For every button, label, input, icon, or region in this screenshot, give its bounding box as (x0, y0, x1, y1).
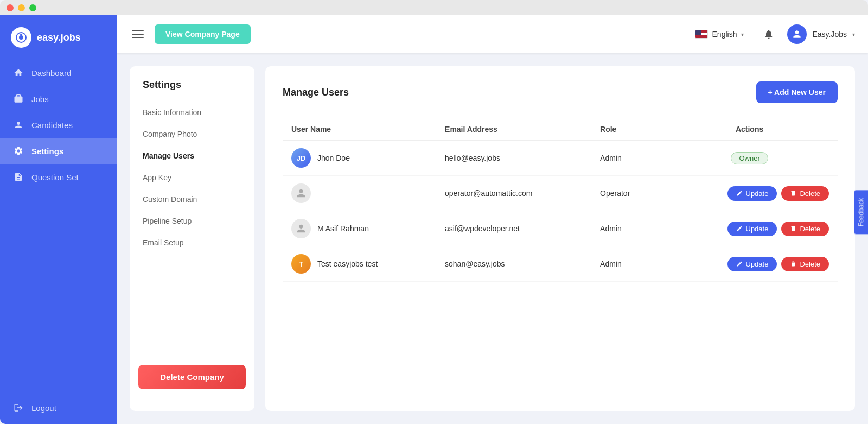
user-email-cell: sohan@easy.jobs (436, 246, 591, 282)
logout-icon (13, 402, 24, 413)
settings-menu-custom-domain[interactable]: Custom Domain (130, 188, 254, 210)
logout-label: Logout (31, 403, 56, 413)
svg-point-3 (20, 34, 22, 36)
col-role: Role (591, 118, 661, 141)
main-content: View Company Page English ▾ (117, 15, 868, 424)
sidebar-item-label-settings: Settings (31, 147, 63, 156)
update-button[interactable]: Update (727, 222, 777, 236)
table-row: M Asif Rahmanasif@wpdeveloper.netAdmin U… (283, 211, 838, 246)
user-email-cell: operator@automattic.com (436, 176, 591, 211)
header: View Company Page English ▾ (117, 15, 868, 53)
home-icon (13, 67, 24, 78)
language-selector[interactable]: English ▾ (688, 26, 751, 43)
user-avatar (787, 24, 807, 44)
logo-text: easy.jobs (37, 32, 81, 43)
col-username: User Name (283, 118, 436, 141)
sidebar-item-dashboard[interactable]: Dashboard (0, 60, 117, 86)
page-content: Settings Basic Information Company Photo… (117, 53, 868, 424)
settings-nav: Settings Basic Information Company Photo… (130, 79, 254, 254)
logo-icon (11, 27, 31, 48)
user-name: M Asif Rahman (317, 224, 369, 233)
settings-menu-basic-info[interactable]: Basic Information (130, 102, 254, 123)
sidebar-item-settings[interactable]: Settings (0, 138, 117, 164)
settings-menu-email-setup[interactable]: Email Setup (130, 232, 254, 254)
language-label: English (712, 30, 737, 39)
user-actions-cell: Owner (661, 141, 838, 176)
delete-company-button[interactable]: Delete Company (138, 365, 246, 389)
user-avatar: JD (291, 148, 311, 168)
sidebar-item-jobs[interactable]: Jobs (0, 86, 117, 112)
close-button[interactable] (7, 4, 14, 11)
svg-point-2 (19, 35, 23, 40)
user-menu[interactable]: Easy.Jobs ▾ (787, 24, 855, 44)
sidebar-item-label-dashboard: Dashboard (31, 68, 71, 78)
notification-button[interactable] (759, 24, 778, 44)
sidebar-item-candidates[interactable]: Candidates (0, 112, 117, 138)
briefcase-icon (13, 93, 24, 104)
action-buttons: Update Delete (670, 222, 829, 236)
user-role-cell: Operator (591, 176, 661, 211)
user-name-cell (283, 176, 436, 211)
delete-button[interactable]: Delete (781, 186, 829, 201)
sidebar-bottom: Logout (0, 391, 117, 424)
delete-button[interactable]: Delete (781, 257, 829, 271)
user-name-cell: M Asif Rahman (283, 211, 436, 246)
user-email-cell: hello@easy.jobs (436, 141, 591, 176)
sidebar-item-label-candidates: Candidates (31, 121, 73, 130)
maximize-button[interactable] (29, 4, 36, 11)
header-username: Easy.Jobs (812, 30, 847, 39)
update-button[interactable]: Update (727, 186, 777, 201)
minimize-button[interactable] (18, 4, 25, 11)
table-row: TTest easyjobs testsohan@easy.jobsAdmin … (283, 246, 838, 282)
sidebar-item-label-jobs: Jobs (31, 94, 49, 104)
owner-badge: Owner (731, 152, 768, 164)
update-button[interactable]: Update (727, 257, 777, 271)
user-role-cell: Admin (591, 141, 661, 176)
title-bar (0, 0, 868, 15)
user-actions-cell: Update Delete (661, 176, 838, 211)
logout-item[interactable]: Logout (13, 402, 104, 413)
user-role-cell: Admin (591, 246, 661, 282)
gear-icon (13, 145, 24, 156)
hamburger-line-2 (132, 34, 144, 35)
user-role-cell: Admin (591, 211, 661, 246)
settings-panel: Settings Basic Information Company Photo… (130, 66, 254, 411)
settings-menu-company-photo[interactable]: Company Photo (130, 123, 254, 145)
sidebar-nav: Dashboard Jobs Can (0, 60, 117, 391)
user-name: Test easyjobs test (317, 260, 378, 268)
user-avatar: T (291, 254, 311, 274)
delete-button[interactable]: Delete (781, 222, 829, 236)
users-table: User Name Email Address Role Actions JDJ… (283, 118, 838, 282)
table-row: JDJhon Doehello@easy.jobsAdminOwner (283, 141, 838, 176)
manage-users-panel: Manage Users + Add New User User Name Em… (265, 66, 855, 411)
col-email: Email Address (436, 118, 591, 141)
person-icon (13, 119, 24, 130)
user-avatar (291, 219, 311, 238)
hamburger-line-1 (132, 30, 144, 31)
settings-menu: Basic Information Company Photo Manage U… (130, 102, 254, 254)
sidebar: easy.jobs Dashboard (0, 15, 117, 424)
col-actions: Actions (661, 118, 838, 141)
hamburger-button[interactable] (130, 28, 146, 40)
manage-users-header: Manage Users + Add New User (283, 81, 838, 103)
settings-menu-app-key[interactable]: App Key (130, 167, 254, 188)
sidebar-logo: easy.jobs (0, 15, 117, 60)
flag-canton (695, 30, 701, 35)
user-name: Jhon Doe (317, 154, 350, 162)
settings-menu-manage-users[interactable]: Manage Users (130, 145, 254, 167)
document-icon (13, 172, 24, 182)
feedback-tab[interactable]: Feedback (854, 190, 868, 234)
settings-menu-pipeline-setup[interactable]: Pipeline Setup (130, 210, 254, 232)
sidebar-item-question-set[interactable]: Question Set (0, 164, 117, 190)
user-actions-cell: Update Delete (661, 211, 838, 246)
hamburger-line-3 (132, 37, 144, 38)
add-new-user-button[interactable]: + Add New User (756, 81, 838, 103)
sidebar-item-label-question-set: Question Set (31, 173, 79, 182)
table-header: User Name Email Address Role Actions (283, 118, 838, 141)
view-company-page-button[interactable]: View Company Page (155, 24, 251, 44)
table-body: JDJhon Doehello@easy.jobsAdminOwner oper… (283, 141, 838, 282)
settings-title: Settings (130, 79, 254, 102)
us-flag-icon (695, 30, 708, 39)
user-avatar (291, 183, 311, 203)
user-chevron-icon: ▾ (852, 31, 855, 37)
